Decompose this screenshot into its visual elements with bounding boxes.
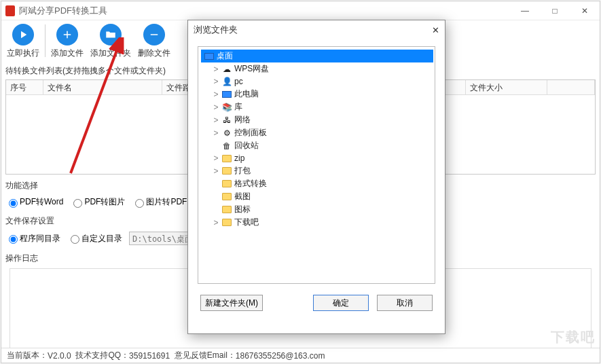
monitor-icon <box>221 89 232 100</box>
new-folder-button[interactable]: 新建文件夹(M) <box>200 295 263 311</box>
qq-value: 359151691 <box>129 351 170 361</box>
tree-item-label: pc <box>234 77 243 86</box>
expand-icon[interactable] <box>212 205 220 215</box>
tree-item-label: 格式转换 <box>234 178 267 189</box>
close-button[interactable]: ✕ <box>570 1 600 20</box>
tree-item[interactable]: >下载吧 <box>212 216 433 229</box>
expand-icon[interactable]: > <box>212 65 220 74</box>
tree-item[interactable]: 🗑回收站 <box>212 139 433 152</box>
add-file-button[interactable]: 添加文件 <box>45 20 89 62</box>
cloud-icon: ☁ <box>221 64 232 75</box>
expand-icon[interactable]: > <box>212 128 220 138</box>
tree-item[interactable]: >☁WPS网盘 <box>212 62 433 75</box>
tree-item[interactable]: >📚库 <box>212 101 433 113</box>
tree-item-label: WPS网盘 <box>234 63 269 75</box>
version-value: V2.0.0 <box>48 351 71 361</box>
tree-item[interactable]: >打包 <box>212 164 433 177</box>
tree-item[interactable]: 图标 <box>212 203 433 216</box>
watermark: 下载吧 <box>551 328 596 346</box>
maximize-button[interactable]: □ <box>540 1 570 20</box>
col-name[interactable]: 文件名 <box>43 80 162 94</box>
add-folder-button[interactable]: 添加文件夹 <box>89 20 132 62</box>
panel-icon: ⚙ <box>221 128 232 139</box>
tree-item[interactable]: >zip <box>212 152 433 164</box>
dialog-close-button[interactable]: ✕ <box>432 25 439 35</box>
radio-customdir-label: 自定义目录 <box>81 233 122 244</box>
folder-icon <box>100 24 122 46</box>
folder-icon <box>221 204 232 215</box>
qq-label: 技术支持QQ： <box>75 350 129 361</box>
delete-file-label: 删除文件 <box>138 48 170 59</box>
expand-icon[interactable]: > <box>212 153 220 163</box>
run-button[interactable]: 立即执行 <box>1 20 45 62</box>
radio-pdf2word-label: PDF转Word <box>20 196 63 208</box>
cancel-button[interactable]: 取消 <box>377 295 433 311</box>
radio-pdf2word[interactable]: PDF转Word <box>5 196 63 208</box>
title-bar: 阿斌分享PDF转换工具 — □ ✕ <box>1 1 600 20</box>
radio-pdf2img[interactable]: PDF转图片 <box>70 196 125 208</box>
expand-icon[interactable] <box>212 179 220 189</box>
browse-folder-dialog: 浏览文件夹 ✕ 桌面 >☁WPS网盘>👤pc>此电脑>📚库>🖧网络>⚙控制面板 … <box>187 20 445 334</box>
tree-item[interactable]: 截图 <box>212 190 433 203</box>
lib-icon: 📚 <box>221 102 232 113</box>
expand-icon[interactable]: > <box>212 115 220 125</box>
tree-item-label: 下载吧 <box>234 217 259 228</box>
folder-icon <box>221 153 232 164</box>
minimize-button[interactable]: — <box>510 1 540 20</box>
folder-icon <box>221 166 232 177</box>
tree-item[interactable]: >👤pc <box>212 75 433 88</box>
tree-item-label: 截图 <box>234 191 251 202</box>
tree-root-label: 桌面 <box>217 50 233 62</box>
dialog-header: 浏览文件夹 ✕ <box>188 20 445 39</box>
tree-root-desktop[interactable]: 桌面 <box>201 50 433 62</box>
expand-icon[interactable]: > <box>212 166 220 176</box>
add-file-label: 添加文件 <box>51 48 84 59</box>
monitor-icon <box>204 51 215 62</box>
tree-item-label: 回收站 <box>234 140 259 151</box>
expand-icon[interactable]: > <box>212 77 220 86</box>
add-folder-label: 添加文件夹 <box>90 48 131 59</box>
expand-icon[interactable]: > <box>212 90 220 99</box>
net-icon: 🖧 <box>221 115 232 126</box>
tree-item[interactable]: 格式转换 <box>212 177 433 190</box>
minus-icon <box>143 24 165 46</box>
status-bar: 当前版本： V2.0.0 技术支持QQ： 359151691 意见反馈Email… <box>1 348 600 363</box>
expand-icon[interactable]: > <box>212 218 220 228</box>
col-no[interactable]: 序号 <box>6 80 43 94</box>
expand-icon[interactable] <box>212 141 220 151</box>
email-label: 意见反馈Email： <box>175 350 236 361</box>
run-label: 立即执行 <box>7 48 39 59</box>
radio-customdir[interactable]: 自定义目录 <box>67 233 122 244</box>
dialog-title: 浏览文件夹 <box>194 24 238 36</box>
user-icon: 👤 <box>221 76 232 87</box>
ok-button[interactable]: 确定 <box>313 295 369 311</box>
app-logo-icon <box>5 5 15 16</box>
email-value: 18676355256@163.com <box>236 351 325 361</box>
version-label: 当前版本： <box>7 350 48 361</box>
delete-file-button[interactable]: 删除文件 <box>132 20 176 62</box>
folder-tree[interactable]: 桌面 >☁WPS网盘>👤pc>此电脑>📚库>🖧网络>⚙控制面板 🗑回收站>zip… <box>198 46 435 284</box>
play-icon <box>12 24 34 46</box>
tree-item-label: zip <box>234 153 244 163</box>
radio-samedir[interactable]: 程序同目录 <box>5 233 60 244</box>
radio-pdf2img-label: PDF转图片 <box>84 196 125 208</box>
expand-icon[interactable]: > <box>212 103 220 112</box>
folder-icon <box>221 192 232 202</box>
tree-item[interactable]: >此电脑 <box>212 88 433 101</box>
radio-samedir-label: 程序同目录 <box>20 233 60 244</box>
tree-item[interactable]: >🖧网络 <box>212 113 433 126</box>
radio-img2pdf[interactable]: 图片转PDF <box>132 196 187 208</box>
expand-icon[interactable] <box>212 192 220 202</box>
window-title: 阿斌分享PDF转换工具 <box>19 5 107 17</box>
tree-item-label: 图标 <box>234 204 251 215</box>
tree-item-label: 控制面板 <box>234 127 267 139</box>
tree-item[interactable]: >⚙控制面板 <box>212 126 433 139</box>
trash-icon: 🗑 <box>221 141 232 151</box>
folder-icon <box>221 179 232 189</box>
folder-icon <box>221 217 232 228</box>
col-extra[interactable] <box>547 80 595 94</box>
col-size[interactable]: 文件大小 <box>466 80 547 94</box>
tree-item-label: 库 <box>234 101 242 113</box>
plus-icon <box>56 24 78 46</box>
tree-item-label: 打包 <box>234 165 251 177</box>
